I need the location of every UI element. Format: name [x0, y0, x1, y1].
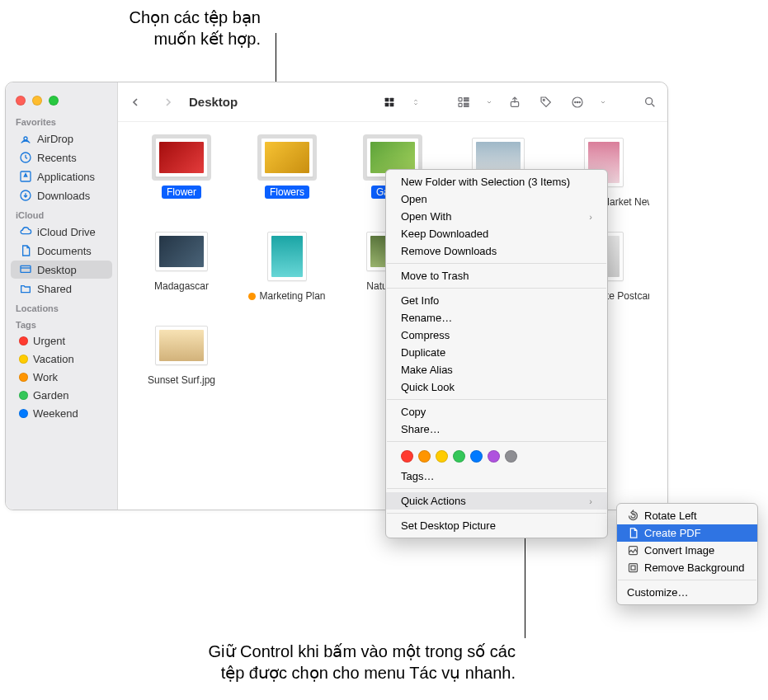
back-button[interactable] [126, 93, 144, 111]
svg-rect-11 [464, 97, 469, 98]
icloud-icon [19, 225, 32, 238]
file-name-label: Flower [162, 186, 201, 199]
sidebar-item-desktop[interactable]: Desktop [11, 261, 112, 279]
svg-rect-23 [629, 564, 638, 572]
svg-rect-4 [21, 265, 31, 272]
menu-item[interactable]: Make Alias [386, 361, 607, 378]
submenu-item[interactable]: Convert Image [617, 542, 757, 559]
sidebar-tag-weekend[interactable]: Weekend [11, 405, 112, 422]
svg-rect-14 [464, 106, 469, 106]
tag-color-row [386, 445, 607, 467]
menu-item[interactable]: Compress [386, 327, 607, 344]
file-item[interactable]: Marketing Plan [238, 228, 336, 303]
callout-line [525, 533, 525, 638]
view-icons-button[interactable] [380, 93, 398, 111]
menu-item-set-desktop[interactable]: Set Desktop Picture [386, 517, 607, 534]
svg-rect-9 [459, 97, 462, 101]
sidebar-tag-vacation[interactable]: Vacation [11, 350, 112, 368]
share-button[interactable] [506, 93, 524, 111]
submenu-customize[interactable]: Customize… [617, 584, 757, 601]
recents-icon [19, 151, 32, 164]
file-thumbnail [152, 228, 211, 275]
forward-button[interactable] [159, 93, 177, 111]
submenu-item[interactable]: Rotate Left [617, 507, 757, 524]
sidebar-item-airdrop[interactable]: AirDrop [11, 129, 112, 148]
file-thumbnail [257, 134, 317, 181]
downloads-icon [19, 189, 32, 202]
menu-item[interactable]: Quick Look [386, 378, 607, 396]
desktop-icon [19, 263, 32, 276]
tag-color-swatch[interactable] [488, 450, 500, 463]
callout-top: Chọn các tệp bạn muốn kết hợp. [79, 7, 261, 49]
file-name-label: Sunset Surf.jpg [143, 373, 220, 387]
tag-color-swatch[interactable] [453, 450, 465, 463]
chevron-right-icon: › [589, 496, 592, 506]
tag-color-swatch[interactable] [401, 450, 413, 463]
sidebar-item-applications[interactable]: Applications [11, 167, 112, 186]
chevron-down-icon[interactable] [600, 93, 606, 111]
svg-point-19 [577, 101, 577, 102]
pdf-icon [627, 527, 639, 539]
svg-rect-7 [385, 102, 389, 106]
sidebar-tag-work[interactable]: Work [11, 369, 112, 386]
tag-color-swatch[interactable] [436, 450, 448, 463]
submenu-item[interactable]: Create PDF [617, 524, 757, 542]
file-item[interactable]: Flowers [238, 134, 336, 209]
menu-item-tags[interactable]: Tags… [386, 467, 607, 485]
sidebar-header-locations: Locations [6, 298, 117, 315]
file-item[interactable]: Sunset Surf.jpg [133, 322, 230, 387]
menu-item-quick-actions[interactable]: Quick Actions› [386, 492, 607, 510]
close-icon[interactable] [16, 96, 26, 106]
sidebar-header-favorites: Favorites [6, 112, 117, 129]
context-menu: New Folder with Selection (3 Items)OpenO… [385, 169, 608, 538]
chevron-updown-icon[interactable] [412, 93, 420, 111]
tag-dot-icon [19, 373, 28, 382]
maximize-icon[interactable] [49, 96, 59, 106]
airdrop-icon [19, 132, 32, 145]
file-item[interactable]: Madagascar [133, 228, 230, 303]
tag-dot-icon [19, 355, 28, 364]
convert-icon [627, 544, 639, 557]
tag-color-swatch[interactable] [470, 450, 483, 463]
chevron-down-icon[interactable] [486, 93, 492, 111]
menu-item[interactable]: Share… [386, 420, 607, 438]
menu-item[interactable]: Keep Downloaded [386, 225, 607, 242]
search-button[interactable] [641, 93, 659, 111]
more-button[interactable] [568, 93, 587, 111]
tag-dot-icon [19, 409, 28, 418]
tag-color-swatch[interactable] [418, 450, 431, 463]
menu-item[interactable]: Open [386, 190, 607, 208]
sidebar-item-icloud-drive[interactable]: iCloud Drive [11, 223, 112, 241]
svg-rect-10 [459, 103, 462, 106]
tag-dot-icon [19, 336, 28, 345]
nav-buttons [126, 93, 177, 111]
sidebar-item-recents[interactable]: Recents [11, 148, 112, 167]
svg-point-20 [579, 101, 580, 102]
menu-separator [387, 263, 606, 264]
tag-button[interactable] [537, 93, 555, 111]
applications-icon [19, 170, 32, 183]
sidebar-tag-garden[interactable]: Garden [11, 387, 112, 404]
sidebar-item-documents[interactable]: Documents [11, 242, 112, 260]
sidebar-tag-urgent[interactable]: Urgent [11, 332, 112, 350]
submenu-item[interactable]: Remove Background [617, 559, 757, 576]
sidebar-item-downloads[interactable]: Downloads [11, 186, 112, 204]
tag-dot-icon [19, 391, 28, 400]
menu-item[interactable]: Rename… [386, 309, 607, 327]
menu-item[interactable]: Copy [386, 403, 607, 420]
minimize-icon[interactable] [32, 96, 42, 106]
menu-item[interactable]: Duplicate [386, 344, 607, 361]
svg-point-0 [24, 137, 27, 140]
window-controls [6, 87, 117, 112]
menu-item[interactable]: Get Info [386, 292, 607, 309]
menu-item[interactable]: Open With› [386, 208, 607, 225]
menu-item[interactable]: Move to Trash [386, 267, 607, 284]
menu-item[interactable]: Remove Downloads [386, 242, 607, 260]
file-item[interactable]: Flower [133, 134, 230, 209]
tag-color-swatch[interactable] [505, 450, 517, 463]
documents-icon [19, 244, 32, 257]
sidebar-item-shared[interactable]: Shared [11, 280, 112, 298]
menu-item[interactable]: New Folder with Selection (3 Items) [386, 173, 607, 190]
group-button[interactable] [455, 93, 473, 111]
svg-rect-8 [390, 102, 394, 106]
